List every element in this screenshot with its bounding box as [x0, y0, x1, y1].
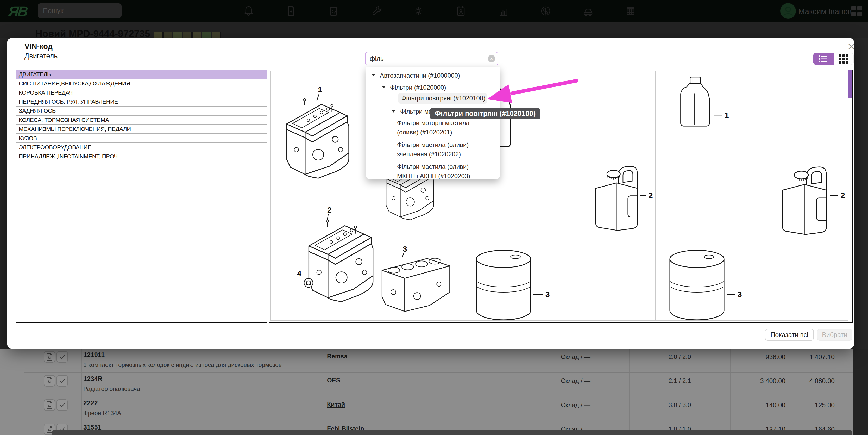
article-link[interactable]: 2222 — [83, 399, 98, 407]
part-description: Радіатор опалювача — [83, 385, 140, 393]
check-icon — [58, 377, 66, 385]
tree-item[interactable]: Фільтри мастила (оливи) МКПП і АКПП (#10… — [397, 162, 483, 179]
grid-view-icon — [839, 54, 848, 63]
price-cell: 938.00 — [730, 353, 785, 361]
horizontal-scrollbar[interactable] — [52, 430, 852, 435]
list-view-icon — [819, 55, 828, 63]
check-icon — [58, 353, 66, 361]
clear-input-icon[interactable]: x — [488, 55, 495, 62]
category-item[interactable]: КОЛЁСА, ТОРМОЗНАЯ СИСТЕМА — [16, 116, 267, 125]
brand-link[interactable]: OES — [327, 377, 340, 384]
part-description: 1 комплект тормозных колодок с индик. из… — [83, 361, 282, 369]
part-block-3[interactable]: 3 — [382, 244, 450, 312]
table-grid-icon[interactable] — [625, 5, 637, 17]
dim-right-edge — [853, 349, 868, 435]
qty-cell: 3.0 / 3.0 — [629, 401, 730, 409]
caret-down-icon[interactable] — [391, 110, 396, 113]
select-button[interactable]: Вибрати — [817, 329, 852, 341]
category-item[interactable]: ЭЛЕКТРООБОРУДОВАНИЕ — [16, 143, 267, 152]
order-title: Новий MPD-9444-972735 — [35, 28, 150, 39]
close-icon[interactable]: ✕ — [846, 42, 857, 52]
status-squares — [154, 32, 220, 38]
row-check-button[interactable] — [57, 375, 68, 386]
page-header-strip: Новий MPD-9444-972735 — [0, 22, 868, 38]
tree-item-highlighted[interactable]: Фільтри повітряні (#1020100) — [398, 93, 487, 104]
gear-icon[interactable] — [412, 5, 424, 17]
category-item[interactable]: ПЕРЕДНЯЯ ОСЬ, РУЛ. УПРАВЛЕНИЕ — [16, 97, 267, 107]
bar-chart-icon[interactable] — [497, 5, 509, 17]
modal-title: VIN-код — [25, 42, 53, 51]
category-search[interactable]: x — [365, 52, 498, 65]
tree-item[interactable]: Фільтри моторні мастила (оливи) (#102020… — [397, 118, 483, 137]
category-item[interactable]: СИС.ПИТАНИЯ,ВЫПУСКА,ОХЛАЖДЕНИЯ — [16, 79, 267, 88]
grid-view-button[interactable] — [834, 53, 854, 65]
category-item[interactable]: ЗАДНЯЯ ОСЬ — [16, 107, 267, 116]
vertical-scrollbar-thumb[interactable] — [848, 70, 852, 98]
row-doc-button[interactable] — [44, 351, 55, 362]
part-engine-2[interactable]: 2 — [309, 205, 373, 302]
article-link[interactable]: 1234R — [83, 375, 102, 383]
callout-label: 3 — [738, 290, 742, 298]
wrench-icon[interactable] — [370, 5, 382, 17]
category-item[interactable]: ПРИНАДЛЕЖ.,INFOTAINMENT, ПРОЧ. — [16, 152, 267, 161]
global-search-input[interactable] — [38, 7, 130, 15]
file-image-icon — [45, 353, 54, 361]
annotation-arrow — [482, 75, 591, 109]
row-doc-button[interactable] — [44, 375, 55, 386]
parts-table: 121911 1 комплект тормозных колодок с ин… — [0, 349, 868, 435]
row-check-button[interactable] — [57, 399, 68, 411]
user-avatar[interactable] — [780, 3, 796, 19]
part-description: Фреон R134A — [83, 410, 121, 417]
caret-down-icon[interactable] — [382, 86, 386, 88]
apps-grid-icon[interactable] — [851, 6, 862, 17]
sum-cell: 125.00 — [790, 401, 835, 409]
catalog-page-3: 1 2 3 — [656, 71, 848, 321]
show-all-button[interactable]: Показати всі — [765, 329, 814, 341]
car-icon[interactable] — [582, 5, 594, 17]
part-jug-2[interactable]: 2 — [783, 167, 845, 234]
bell-icon[interactable] — [243, 5, 255, 17]
category-search-input[interactable] — [366, 55, 488, 63]
callout-label: 1 — [724, 111, 729, 119]
topbar-icon-row — [243, 5, 637, 17]
row-doc-button[interactable] — [44, 399, 55, 411]
category-list: ДВИГАТЕЛЬ СИС.ПИТАНИЯ,ВЫПУСКА,ОХЛАЖДЕНИЯ… — [16, 69, 268, 323]
qty-cell: 2.0 / 2.0 — [629, 353, 730, 360]
tree-item[interactable]: Автозапчастини (#1000000) — [380, 71, 460, 80]
file-plus-icon[interactable] — [285, 5, 297, 17]
part-jug-2[interactable]: 2 — [596, 166, 653, 230]
brand-link[interactable]: Китай — [327, 401, 345, 408]
category-tree-dropdown: Автозапчастини (#1000000) Фільтри (#1020… — [366, 67, 500, 179]
qty-cell: 2.1 / 2.1 — [629, 377, 730, 384]
category-item[interactable]: ДВИГАТЕЛЬ — [16, 70, 267, 79]
modal-subtitle: Двигатель — [25, 52, 58, 60]
calendar-user-icon[interactable] — [455, 5, 467, 17]
category-item[interactable]: КОРОБКА ПЕРЕДАЧ — [16, 88, 267, 97]
file-image-icon — [45, 377, 54, 385]
app-logo[interactable]: ЯВ — [8, 3, 28, 19]
dollar-icon[interactable] — [540, 5, 552, 17]
view-toggle — [813, 53, 854, 65]
tree-item[interactable]: Фільтри (#1020000) — [390, 83, 446, 92]
clipboard-check-icon[interactable] — [328, 5, 340, 17]
category-item[interactable]: МЕХАНИЗМЫ ПЕРЕКЛЮЧЕНИЯ, ПЕДАЛИ — [16, 125, 267, 134]
caret-down-icon[interactable] — [371, 74, 375, 76]
user-name[interactable]: Максим Іванов — [798, 7, 852, 16]
category-item[interactable]: КУЗОВ — [16, 134, 267, 143]
list-view-button[interactable] — [813, 53, 834, 65]
tree-item[interactable]: Фільтри мастила (оливи) зчеплення (#1020… — [397, 140, 483, 159]
part-drum-3[interactable]: 3 — [476, 250, 550, 320]
row-check-button[interactable] — [57, 351, 68, 362]
stock-cell: Склад / — — [522, 353, 629, 360]
table-row: 2222 Фреон R134A Китай Склад / — 3.0 / 3… — [0, 397, 853, 421]
price-cell: 140.00 — [730, 401, 785, 409]
part-bottle-1[interactable]: 1 — [681, 77, 729, 126]
stock-cell: Склад / — — [522, 401, 629, 409]
callout-label: 3 — [403, 244, 407, 253]
brand-link[interactable]: Remsa — [327, 353, 347, 360]
article-link[interactable]: 121911 — [83, 351, 105, 359]
global-search[interactable] — [38, 3, 122, 18]
part-engine-1[interactable]: 1 — [287, 85, 349, 178]
part-drum-3[interactable]: 3 — [670, 250, 742, 320]
table-row: 121911 1 комплект тормозных колодок с ин… — [0, 349, 853, 373]
